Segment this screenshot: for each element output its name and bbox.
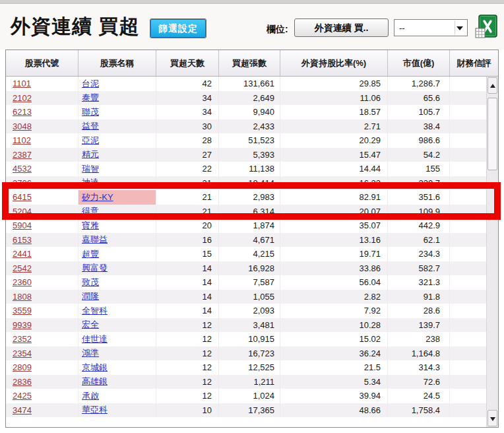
- stock-name-link[interactable]: 益登: [82, 120, 99, 132]
- table-row[interactable]: 3559全智科142,0937.9228.6: [6, 304, 486, 318]
- stock-code-link[interactable]: 3474: [13, 405, 32, 415]
- stock-code-link[interactable]: 2354: [13, 349, 32, 358]
- stock-name-link[interactable]: 佳世達: [82, 333, 108, 345]
- stock-name-link[interactable]: 致茂: [82, 277, 99, 288]
- stock-name-link[interactable]: 承啟: [82, 390, 99, 402]
- column-set-button[interactable]: 外資連續 買..: [294, 18, 389, 37]
- table-row[interactable]: 3706神達2118,41416.33330.7: [6, 176, 486, 191]
- table-row[interactable]: 1101台泥42131,66129.851,286.7: [6, 77, 486, 91]
- stock-code-link[interactable]: 2360: [13, 277, 32, 287]
- table-row[interactable]: 2360致茂147,58756.04321.3: [6, 275, 486, 290]
- stock-code-link[interactable]: 2387: [13, 150, 32, 160]
- table-row[interactable]: 2352佳世達1210,91515.02238: [6, 332, 486, 347]
- table-row[interactable]: 1102亞泥2851,52320.29986.6: [6, 133, 486, 148]
- table-row[interactable]: 2441超豐154,21519.71234.3: [6, 247, 486, 261]
- col-header-stock-code[interactable]: 股票代號: [6, 50, 79, 76]
- table-row[interactable]: 2102泰豐342,64911.0665.6: [6, 91, 486, 106]
- table-row[interactable]: 6213聯茂349,94018.57105.7: [6, 105, 486, 119]
- col-header-stock-name[interactable]: 股票名稱: [79, 50, 156, 76]
- buy-lots-cell: 1,055: [253, 292, 274, 302]
- col-header-foreign-ratio[interactable]: 外資持股比率(%): [280, 50, 388, 76]
- stock-name-link[interactable]: 寶雅: [82, 220, 99, 232]
- stock-code-link[interactable]: 2809: [13, 362, 32, 372]
- excel-export-icon[interactable]: [474, 14, 498, 39]
- table-row[interactable]: 6153嘉聯益164,67113.1662.1: [6, 233, 486, 248]
- table-row[interactable]: 3474華亞科1017,36548.661,758.4: [6, 403, 486, 418]
- scrollbar-thumb[interactable]: [488, 98, 497, 170]
- stock-code-link[interactable]: 2352: [13, 334, 32, 344]
- scroll-up-icon[interactable]: [488, 77, 497, 94]
- table-row[interactable]: 5904寶雅201,87435.07442.9: [6, 218, 486, 233]
- stock-name-link[interactable]: 鴻準: [82, 347, 99, 359]
- stock-code-link[interactable]: 2542: [13, 263, 32, 273]
- market-value-cell: 109.9: [418, 207, 440, 216]
- col-header-market-value[interactable]: 市值(億): [388, 50, 450, 76]
- stock-code-link[interactable]: 6213: [13, 107, 32, 117]
- stock-code-link[interactable]: 3048: [13, 121, 32, 131]
- col-header-credit-rating[interactable]: 財務信評: [450, 50, 498, 76]
- stock-code-link[interactable]: 4532: [13, 164, 32, 174]
- table-row[interactable]: 4532瑞智2211,13814.44155: [6, 162, 486, 176]
- foreign-ratio-cell: 16.33: [359, 178, 381, 188]
- stock-name-link[interactable]: 台泥: [82, 78, 99, 90]
- stock-code-link[interactable]: 2425: [13, 391, 32, 401]
- stock-code-link[interactable]: 5204: [13, 207, 32, 216]
- table-row[interactable]: 3048益登302,4332.7138.4: [6, 119, 486, 134]
- buy-days-cell: 30: [203, 121, 212, 131]
- stock-code-link[interactable]: 3559: [13, 306, 32, 316]
- stock-name-link[interactable]: 超豐: [82, 248, 99, 260]
- stock-code-link[interactable]: 2102: [13, 93, 32, 103]
- stock-name-link[interactable]: 興富發: [82, 262, 108, 274]
- stock-code-link[interactable]: 6415: [13, 192, 32, 202]
- market-value-cell: 1,758.4: [412, 405, 440, 415]
- stock-code-link[interactable]: 9939: [13, 320, 32, 330]
- stock-code-link[interactable]: 1101: [13, 79, 31, 88]
- table-row[interactable]: 1808潤隆141,0552.8291.8: [6, 290, 486, 304]
- stock-name-link[interactable]: 瑞智: [82, 163, 99, 175]
- stock-name-link[interactable]: 高雄銀: [82, 376, 108, 387]
- table-row[interactable]: 2809京城銀1212,52521.5314.3: [6, 360, 486, 375]
- table-row[interactable]: 2387精元275,39315.4754.2: [6, 148, 486, 162]
- stock-name-link[interactable]: 神達: [82, 177, 99, 189]
- col-header-buy-lots[interactable]: 買超張數: [219, 50, 280, 76]
- stock-name-link[interactable]: 泰豐: [82, 92, 99, 104]
- stock-code-link[interactable]: 6153: [13, 235, 32, 245]
- stock-name-link[interactable]: 聯茂: [82, 106, 99, 118]
- stock-code-link[interactable]: 2836: [13, 377, 32, 387]
- field-dropdown[interactable]: --: [394, 19, 468, 36]
- table-row[interactable]: 2354鴻準1216,72336.241,164.8: [6, 347, 486, 361]
- stock-name-link[interactable]: 亞泥: [82, 135, 99, 147]
- stock-code-link[interactable]: 1102: [13, 135, 31, 145]
- stock-name-link[interactable]: 全智科: [82, 305, 108, 317]
- table-row[interactable]: 9939宏全123,48110.28139.7: [6, 318, 486, 333]
- stock-code-link[interactable]: 5904: [13, 220, 32, 230]
- filter-settings-button[interactable]: 篩選設定: [150, 19, 206, 38]
- stock-screener-window: 外資連續 買超 篩選設定 欄位: 外資連續 買.. -- 股票代號 股票名稱 買…: [0, 0, 504, 433]
- scroll-down-icon[interactable]: [488, 410, 497, 426]
- col-header-buy-days[interactable]: 買超天數: [156, 50, 219, 76]
- dropdown-arrow-icon[interactable]: [455, 20, 466, 35]
- stock-name-link[interactable]: 嘉聯益: [82, 234, 108, 246]
- stock-name-link[interactable]: 宏全: [82, 319, 99, 331]
- table-row[interactable]: 5204得意216,31420.07109.9: [6, 205, 486, 219]
- stock-name-link[interactable]: 得意: [82, 205, 99, 217]
- buy-days-cell: 12: [203, 377, 212, 387]
- stock-code-link[interactable]: 1808: [13, 292, 32, 302]
- stock-name-link[interactable]: 矽力-KY: [82, 191, 113, 203]
- stock-name-link[interactable]: 京城銀: [82, 362, 108, 374]
- table-row[interactable]: 2836高雄銀121,2115.3472.6: [6, 375, 486, 389]
- buy-days-cell: 10: [203, 405, 212, 415]
- buy-days-cell: 14: [203, 306, 212, 316]
- stock-code-link[interactable]: 3706: [13, 178, 32, 188]
- buy-lots-cell: 2,649: [253, 93, 274, 103]
- stock-name-link[interactable]: 潤隆: [82, 290, 99, 302]
- table-row[interactable]: 2425承啟121,02439.9424.5: [6, 389, 486, 403]
- table-row[interactable]: 6415矽力-KY212,98382.91351.6: [6, 190, 486, 205]
- stock-name-link[interactable]: 華亞科: [82, 404, 108, 416]
- market-value-cell: 62.1: [424, 235, 440, 245]
- table-row[interactable]: 2542興富發1416,92833.86582.7: [6, 261, 486, 276]
- stock-code-link[interactable]: 2441: [13, 249, 32, 259]
- vertical-scrollbar[interactable]: [486, 77, 498, 427]
- market-value-cell: 238: [425, 334, 440, 344]
- stock-name-link[interactable]: 精元: [82, 149, 99, 160]
